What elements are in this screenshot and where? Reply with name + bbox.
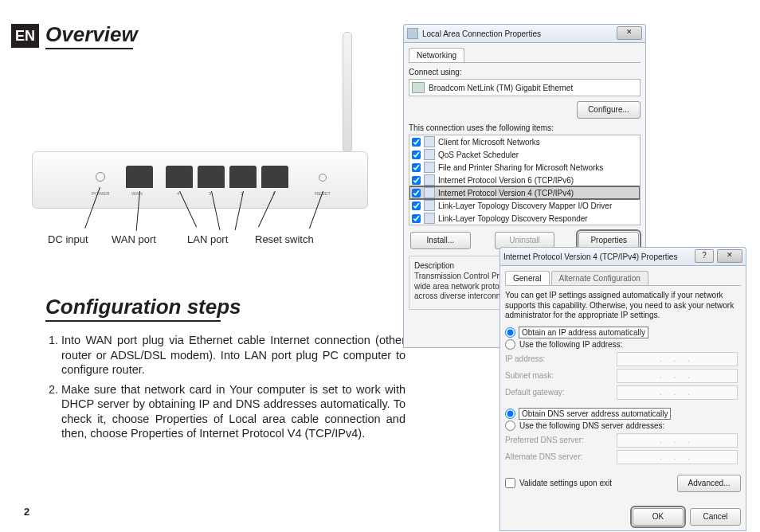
item-label: QoS Packet Scheduler	[438, 151, 519, 159]
radio-label: Obtain DNS server address automatically	[519, 409, 670, 419]
close-icon[interactable]: ✕	[617, 26, 642, 40]
ip-input: . . .	[617, 450, 738, 464]
ipv4-titlebar[interactable]: Internet Protocol Version 4 (TCP/IPv4) P…	[499, 247, 746, 265]
tab-networking[interactable]: Networking	[409, 48, 464, 62]
advanced-button[interactable]: Advanced...	[677, 475, 741, 492]
item-checkbox[interactable]	[412, 151, 421, 159]
lacp-titlebar[interactable]: Local Area Connection Properties ✕	[403, 24, 646, 42]
heading-overview-underline	[45, 48, 133, 49]
port-lan-2	[229, 166, 257, 188]
item-label: Internet Protocol Version 6 (TCP/IPv6)	[438, 176, 574, 185]
radio-input[interactable]	[505, 421, 515, 431]
callout-lan-port: LAN port	[187, 233, 228, 245]
ip-input: . . .	[617, 352, 738, 366]
validate-checkbox[interactable]	[505, 478, 515, 488]
close-icon[interactable]: ✕	[717, 249, 742, 263]
service-icon	[424, 149, 435, 160]
list-item[interactable]: QoS Packet Scheduler	[409, 148, 640, 161]
radio-label: Use the following IP address:	[519, 340, 622, 349]
step-2: Make sure that network card in Your comp…	[61, 382, 405, 441]
field-ip-address: IP address:. . .	[505, 352, 741, 366]
list-item[interactable]: Internet Protocol Version 6 (TCP/IPv6)	[409, 174, 640, 186]
callout-wan-port: WAN port	[112, 233, 156, 245]
language-tab: EN	[11, 24, 39, 48]
field-label: Default gateway:	[505, 388, 617, 397]
configuration-steps-list: Into WAN port plug via Ethernet cable In…	[45, 333, 405, 446]
protocol-icon	[424, 200, 435, 211]
radio-input[interactable]	[505, 409, 515, 419]
ip-input: . . .	[617, 369, 738, 383]
field-label: Preferred DNS server:	[505, 436, 617, 444]
item-checkbox[interactable]	[412, 201, 421, 210]
step-1: Into WAN port plug via Ethernet cable In…	[61, 333, 405, 377]
adapter-name: Broadcom NetLink (TM) Gigabit Ethernet	[429, 84, 573, 92]
tab-alternate[interactable]: Alternate Configuration	[551, 271, 648, 285]
field-preferred-dns: Preferred DNS server:. . .	[505, 433, 741, 448]
field-alternate-dns: Alternate DNS server:. . .	[505, 450, 741, 464]
radio-use-ip[interactable]: Use the following IP address:	[505, 339, 741, 350]
list-item[interactable]: Link-Layer Topology Discovery Responder	[409, 212, 640, 225]
item-label: Link-Layer Topology Discovery Mapper I/O…	[438, 201, 612, 210]
item-checkbox[interactable]	[412, 138, 421, 147]
tab-general[interactable]: General	[505, 271, 550, 285]
radio-obtain-ip-auto[interactable]: Obtain an IP address automatically	[505, 327, 741, 338]
list-item[interactable]: Client for Microsoft Networks	[409, 135, 640, 148]
network-icon	[407, 28, 418, 39]
callout-reset-switch: Reset switch	[255, 233, 314, 245]
item-checkbox[interactable]	[412, 189, 421, 198]
item-checkbox[interactable]	[412, 176, 421, 185]
port-wan	[126, 166, 153, 188]
field-label: Subnet mask:	[505, 371, 617, 380]
list-item[interactable]: Link-Layer Topology Discovery Mapper I/O…	[409, 199, 640, 212]
ok-button[interactable]: OK	[633, 508, 684, 526]
validate-checkbox-row[interactable]: Validate settings upon exit	[505, 478, 612, 488]
radio-use-dns[interactable]: Use the following DNS server addresses:	[505, 421, 741, 431]
install-button[interactable]: Install...	[410, 232, 471, 249]
items-label: This connection uses the following items…	[409, 123, 641, 132]
protocol-icon	[424, 174, 435, 186]
connect-using-label: Connect using:	[409, 68, 641, 76]
validate-label: Validate settings upon exit	[519, 479, 612, 487]
ipv4-tabs: General Alternate Configuration	[505, 271, 741, 286]
adapter-box: Broadcom NetLink (TM) Gigabit Ethernet	[409, 79, 641, 96]
item-label: File and Printer Sharing for Microsoft N…	[438, 163, 603, 172]
help-icon[interactable]: ?	[695, 249, 714, 263]
radio-obtain-dns-auto[interactable]: Obtain DNS server address automatically	[505, 409, 741, 419]
field-label: IP address:	[505, 354, 617, 363]
service-icon	[424, 162, 435, 173]
list-item-selected[interactable]: Internet Protocol Version 4 (TCP/IPv4)	[409, 186, 640, 199]
radio-input[interactable]	[505, 327, 515, 338]
heading-config-underline	[45, 320, 221, 322]
service-icon	[424, 136, 435, 147]
ipv4-blurb: You can get IP settings assigned automat…	[505, 291, 741, 321]
radio-label: Obtain an IP address automatically	[519, 327, 648, 338]
protocol-icon	[424, 213, 435, 224]
lacp-tabs: Networking	[409, 48, 641, 63]
page-number: 2	[24, 506, 29, 518]
router-antenna	[343, 32, 352, 153]
item-label: Internet Protocol Version 4 (TCP/IPv4)	[438, 189, 574, 198]
radio-label: Use the following DNS server addresses:	[519, 421, 664, 430]
item-checkbox[interactable]	[412, 214, 421, 223]
configure-button[interactable]: Configure...	[577, 101, 641, 119]
heading-config: Configuration steps	[45, 295, 241, 319]
list-item[interactable]: File and Printer Sharing for Microsoft N…	[409, 161, 640, 174]
port-lan-1	[261, 166, 288, 188]
ipv4-title: Internet Protocol Version 4 (TCP/IPv4) P…	[503, 252, 677, 261]
radio-input[interactable]	[505, 339, 515, 350]
lacp-title: Local Area Connection Properties	[422, 29, 541, 38]
cancel-button[interactable]: Cancel	[690, 508, 741, 526]
field-default-gateway: Default gateway:. . .	[505, 385, 741, 400]
port-lan-4	[166, 166, 193, 188]
label-power: POWER	[92, 191, 110, 196]
item-label: Client for Microsoft Networks	[438, 138, 540, 147]
connection-items-list[interactable]: Client for Microsoft Networks QoS Packet…	[409, 135, 641, 225]
item-label: Link-Layer Topology Discovery Responder	[438, 214, 588, 223]
heading-overview: Overview	[45, 22, 138, 47]
ipv4-dialog: Internet Protocol Version 4 (TCP/IPv4) P…	[499, 247, 746, 531]
power-jack	[96, 172, 105, 182]
ip-input: . . .	[617, 385, 738, 400]
item-checkbox[interactable]	[412, 163, 421, 172]
port-lan-3	[198, 166, 225, 188]
field-subnet-mask: Subnet mask:. . .	[505, 369, 741, 383]
